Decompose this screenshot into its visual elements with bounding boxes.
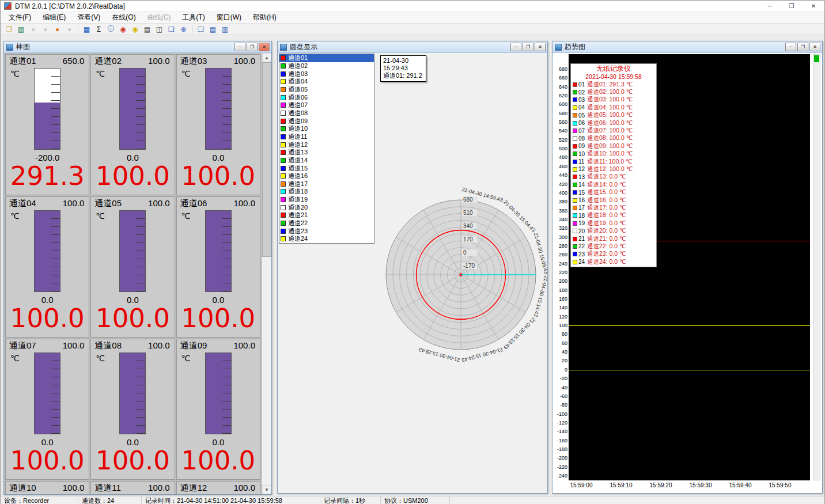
- channel-list-item[interactable]: 通道23: [279, 227, 374, 235]
- legend-row: 07通道07: 100.0 ℃: [571, 127, 656, 134]
- bar-scrollbar[interactable]: ▲ ▼: [262, 53, 271, 494]
- scroll-down-icon[interactable]: ▼: [262, 485, 271, 494]
- channel-max: 100.0: [148, 198, 170, 209]
- channel-list-item[interactable]: 通道14: [279, 157, 374, 165]
- trend-y-tick-label: 640: [552, 84, 567, 90]
- channel-list-item[interactable]: 通道01: [279, 54, 374, 62]
- channel-list-item[interactable]: 通道21: [279, 211, 374, 219]
- menu-item-2[interactable]: 编辑(E): [37, 12, 71, 24]
- channel-list-item[interactable]: 通道07: [279, 101, 374, 109]
- bar-cell: 通道03100.0℃0.0100.0: [176, 54, 260, 195]
- menu-item-3[interactable]: 查看(V): [71, 12, 106, 24]
- window-restore-button[interactable]: ❐: [247, 43, 258, 51]
- tooltip-time: 15:29:43: [383, 65, 422, 72]
- legend-color-swatch: [573, 121, 577, 126]
- window-restore-button[interactable]: ❐: [523, 43, 533, 51]
- trend-graph-window: 趋势图 ─ ❐ ✕ 680660640620600580560540520500…: [552, 41, 823, 494]
- channel-list-item[interactable]: 通道18: [279, 188, 374, 196]
- disk-window-titlebar[interactable]: 圆盘显示 ─ ❐ ✕: [278, 41, 547, 53]
- channel-color-swatch: [281, 126, 286, 131]
- bar-gauge: [34, 210, 60, 292]
- channel-list-item[interactable]: 通道15: [279, 164, 374, 172]
- channel-list-item[interactable]: 通道02: [279, 62, 374, 70]
- channel-list-item[interactable]: 通道24: [279, 235, 374, 243]
- maximize-button[interactable]: ❐: [781, 1, 803, 12]
- export-image-icon[interactable]: ▧: [16, 24, 27, 35]
- trend-window-titlebar[interactable]: 趋势图 ─ ❐ ✕: [552, 41, 822, 53]
- print-preview-icon[interactable]: ◫: [154, 24, 165, 35]
- channel-list-item[interactable]: 通道22: [279, 219, 374, 228]
- channel-list-item[interactable]: 通道04: [279, 78, 374, 86]
- menu-item-5[interactable]: 曲线(C): [142, 12, 177, 24]
- channel-list-item[interactable]: 通道13: [279, 149, 374, 157]
- tile-vertical-icon[interactable]: ▥: [220, 24, 230, 35]
- menu-item-4[interactable]: 在线(O): [106, 12, 141, 24]
- zoom-icon[interactable]: ⊕: [178, 24, 189, 35]
- window-close-button[interactable]: ✕: [809, 43, 820, 51]
- channel-color-swatch: [281, 134, 286, 139]
- cascade-windows-icon[interactable]: ❏: [195, 24, 206, 35]
- window-close-button[interactable]: ✕: [259, 43, 270, 51]
- alarm-icon[interactable]: ◉: [118, 24, 128, 35]
- window-close-button[interactable]: ✕: [535, 43, 546, 51]
- print-icon[interactable]: ▤: [142, 24, 153, 35]
- scroll-up-icon[interactable]: ▲: [262, 53, 271, 62]
- close-button[interactable]: ✕: [803, 1, 824, 12]
- legend-row: 14通道14: 0.0 ℃: [571, 181, 656, 188]
- trend-x-tick-label: 15:59:10: [610, 482, 633, 488]
- trend-y-tick-label: 480: [552, 154, 567, 160]
- channel-list-item[interactable]: 通道06: [279, 93, 374, 101]
- menu-item-7[interactable]: 窗口(W): [211, 12, 247, 24]
- channel-list-item[interactable]: 通道09: [279, 117, 374, 125]
- bar-window-titlebar[interactable]: 棒图 ─ ❐ ✕: [4, 41, 271, 53]
- trend-x-tick-label: 15:59:30: [690, 482, 712, 488]
- statistics-icon[interactable]: Σ: [93, 24, 104, 35]
- channel-list-item[interactable]: 通道12: [279, 141, 374, 149]
- bar-grid: 通道01650.0℃-200.0291.3通道02100.0℃0.0100.0通…: [4, 53, 262, 494]
- channel-list-item[interactable]: 通道03: [279, 70, 374, 78]
- legend-color-swatch: [573, 82, 577, 87]
- menu-item-1[interactable]: 文件(F): [3, 12, 37, 24]
- channel-list-item[interactable]: 通道08: [279, 109, 374, 118]
- scrollbar-track[interactable]: [262, 62, 271, 485]
- tile-horizontal-icon[interactable]: ▤: [207, 24, 218, 35]
- legend-channel-label: 通道21: 0.0 ℃: [587, 235, 626, 242]
- window-minimize-button[interactable]: ─: [234, 43, 245, 51]
- channel-max: 100.0: [63, 340, 85, 351]
- channel-list-item[interactable]: 通道17: [279, 180, 374, 188]
- legend-color-swatch: [573, 213, 577, 218]
- unit-label: ℃: [96, 354, 105, 363]
- trend-scrollbar[interactable]: [813, 54, 820, 480]
- scrollbar-thumb[interactable]: [262, 62, 271, 257]
- channel-list-item[interactable]: 通道19: [279, 196, 374, 204]
- legend-color-swatch: [573, 190, 577, 195]
- trend-series-line: [569, 370, 810, 370]
- legend-color-swatch: [573, 237, 577, 241]
- window-restore-button[interactable]: ❐: [797, 43, 808, 51]
- legend-channel-number: 15: [578, 190, 587, 196]
- legend-title: 无纸记录仪: [571, 65, 656, 73]
- polar-chart[interactable]: -170017034051068021-04-30 14:59:4321-04-…: [363, 177, 547, 373]
- open-file-icon[interactable]: ❐: [3, 24, 14, 35]
- info-icon[interactable]: ⓘ: [105, 24, 116, 35]
- channel-list-item[interactable]: 通道05: [279, 86, 374, 94]
- legend-channel-label: 通道17: 0.0 ℃: [587, 204, 626, 211]
- record-icon[interactable]: ●: [52, 24, 63, 35]
- menu-item-6[interactable]: 工具(T): [176, 12, 210, 24]
- trend-scrollbar-thumb[interactable]: [814, 55, 819, 62]
- channel-list-item[interactable]: 通道16: [279, 172, 374, 180]
- data-table-icon[interactable]: ▦: [81, 24, 92, 35]
- copy-icon[interactable]: ❏: [166, 24, 177, 35]
- trend-y-tick-label: -220: [552, 464, 567, 470]
- menu-item-8[interactable]: 帮助(H): [247, 12, 282, 24]
- marker-icon[interactable]: ◉: [130, 24, 141, 35]
- channel-list-item[interactable]: 通道10: [279, 125, 374, 133]
- channel-list-item[interactable]: 通道20: [279, 203, 374, 211]
- window-minimize-button[interactable]: ─: [785, 43, 796, 51]
- channel-color-swatch: [281, 119, 286, 124]
- window-minimize-button[interactable]: ─: [510, 43, 521, 51]
- channel-list-item[interactable]: 通道11: [279, 133, 374, 141]
- trend-x-tick-label: 15:59:40: [729, 482, 752, 488]
- minimize-button[interactable]: ─: [759, 1, 781, 12]
- trend-y-tick-label: 320: [552, 225, 567, 231]
